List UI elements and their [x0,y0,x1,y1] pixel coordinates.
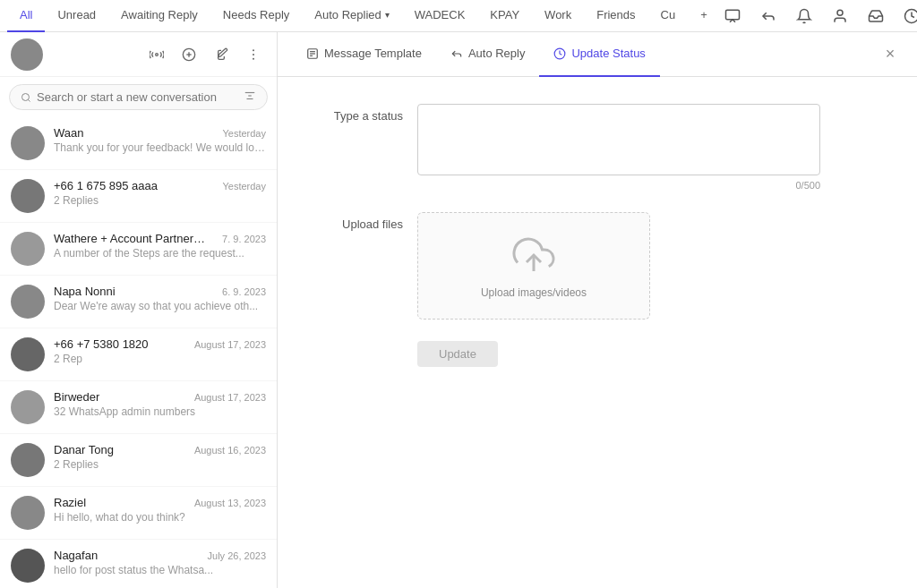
conv-time: Yesterday [222,181,266,192]
nav-tab-needs-reply[interactable]: Needs Reply [210,0,302,32]
conv-time: 7. 9. 2023 [222,234,266,244]
conv-time: August 17, 2023 [194,339,266,350]
conv-content: Danar Tong August 16, 2023 2 Replies [54,443,266,471]
autoreply-icon [450,47,463,60]
panel-body: Type a status 0/500 Upload files Upload … [278,77,917,588]
conv-preview: Dear We're away so that you achieve oth.… [54,300,266,312]
list-item[interactable]: Birweder August 17, 2023 32 WhatsApp adm… [0,381,277,434]
broadcast-icon[interactable] [144,42,169,67]
nav-tab-cu[interactable]: Cu [648,0,689,32]
list-item[interactable]: Raziel August 13, 2023 Hi hello, what do… [0,487,277,540]
conv-preview: 2 Replies [54,458,266,471]
list-item[interactable]: +66 1 675 895 aaaa Yesterday 2 Replies [0,170,277,223]
svg-point-9 [253,57,254,59]
nav-tab-kpay[interactable]: KPAY [477,0,532,32]
nav-tab-unread[interactable]: Unread [45,0,108,32]
conv-content: Napa Nonni 6. 9. 2023 Dear We're away so… [54,285,266,312]
nav-tab-awaiting-reply[interactable]: Awaiting Reply [108,0,210,32]
more-options-icon[interactable] [241,42,266,67]
sidebar: Waan Yesterday Thank you for your feedba… [0,32,278,588]
list-item[interactable]: Nagafan July 26, 2023 hello for post sta… [0,540,277,588]
status-input-wrapper: 0/500 [417,104,881,191]
search-input[interactable] [37,90,238,104]
upload-box[interactable]: Upload images/videos [417,212,650,320]
svg-point-1 [837,10,843,15]
compose-icon[interactable] [209,42,234,67]
svg-rect-0 [725,10,739,20]
upload-form-row: Upload files Upload images/videos [313,212,881,320]
status-form-row: Type a status 0/500 [313,104,881,191]
conv-name: Wathere + Account Partnership [54,232,206,245]
nav-tab-all[interactable]: All [7,0,45,32]
avatar [11,443,45,477]
tab-auto-reply[interactable]: Auto Reply [436,32,540,77]
search-icon [21,91,31,104]
clock-icon[interactable] [899,4,917,29]
sidebar-header-icons [144,42,266,67]
status-textarea[interactable] [417,104,820,175]
nav-tab-wadeck[interactable]: WADECK [402,0,478,32]
conv-name: +66 1 675 895 aaaa [54,179,158,192]
upload-label: Upload files [313,212,403,231]
svg-point-8 [253,54,254,55]
update-button[interactable]: Update [417,341,498,367]
list-item[interactable]: +66 +7 5380 1820 August 17, 2023 2 Rep [0,328,277,381]
upload-control: Upload images/videos [417,212,881,320]
reply-icon[interactable] [756,4,781,29]
conv-name: Waan [54,126,83,140]
conv-name: Nagafan [54,549,98,562]
conv-time: Yesterday [222,128,266,139]
filter-icon[interactable] [244,89,256,105]
person-icon[interactable] [827,4,853,29]
avatar [11,496,45,530]
conv-content: Raziel August 13, 2023 Hi hello, what do… [54,496,266,524]
svg-point-3 [156,53,159,55]
conversation-list: Waan Yesterday Thank you for your feedba… [0,117,277,588]
avatar [11,232,45,266]
avatar [11,126,45,160]
list-item[interactable]: Danar Tong August 16, 2023 2 Replies [0,434,277,487]
conv-content: Wathere + Account Partnership 7. 9. 2023… [54,232,266,260]
conv-preview: 32 WhatsApp admin numbers [54,405,266,418]
update-button-row: Update [313,341,881,367]
conv-preview: A number of the Steps are the request... [54,247,266,260]
avatar [11,549,45,583]
nav-tab-friends[interactable]: Friends [584,0,647,32]
status-circle-icon[interactable] [176,42,201,67]
tab-message-template[interactable]: Message Template [292,32,436,77]
char-count: 0/500 [417,180,820,191]
conv-preview: 2 Rep [54,353,266,365]
close-button[interactable]: × [878,42,903,67]
conv-name: Birweder [54,390,99,404]
conv-time: August 13, 2023 [194,498,266,508]
panel-tabs: Message Template Auto Reply Update Statu… [278,32,917,77]
notification-icon[interactable] [792,4,817,29]
svg-line-11 [28,99,30,101]
chevron-down-icon: ▾ [385,10,390,20]
avatar [11,285,45,319]
upload-box-label: Upload images/videos [481,286,587,299]
right-content: Message Template Auto Reply Update Statu… [278,32,917,588]
nav-icons: Contact us W [720,4,917,29]
conv-content: +66 +7 5380 1820 August 17, 2023 2 Rep [54,337,266,365]
conv-time: 6. 9. 2023 [222,286,266,297]
conv-time: August 17, 2023 [194,392,266,403]
conv-name: Napa Nonni [54,285,116,298]
conv-name: Raziel [54,496,86,509]
conv-preview: hello for post status the Whatsa... [54,564,266,576]
nav-tab-auto-replied[interactable]: Auto Replied ▾ [302,0,401,32]
nav-tab-add[interactable]: + [688,0,720,32]
conv-content: Birweder August 17, 2023 32 WhatsApp adm… [54,390,266,418]
message-icon[interactable] [720,4,745,29]
conv-name: Danar Tong [54,443,114,456]
list-item[interactable]: Wathere + Account Partnership 7. 9. 2023… [0,223,277,276]
list-item[interactable]: Napa Nonni 6. 9. 2023 Dear We're away so… [0,276,277,328]
conv-time: July 26, 2023 [208,550,266,561]
avatar [11,179,45,213]
list-item[interactable]: Waan Yesterday Thank you for your feedba… [0,117,277,170]
search-bar[interactable] [9,84,268,110]
nav-tab-work[interactable]: Work [532,0,584,32]
inbox-icon[interactable] [863,4,888,29]
avatar [11,390,45,424]
tab-update-status[interactable]: Update Status [539,32,659,77]
